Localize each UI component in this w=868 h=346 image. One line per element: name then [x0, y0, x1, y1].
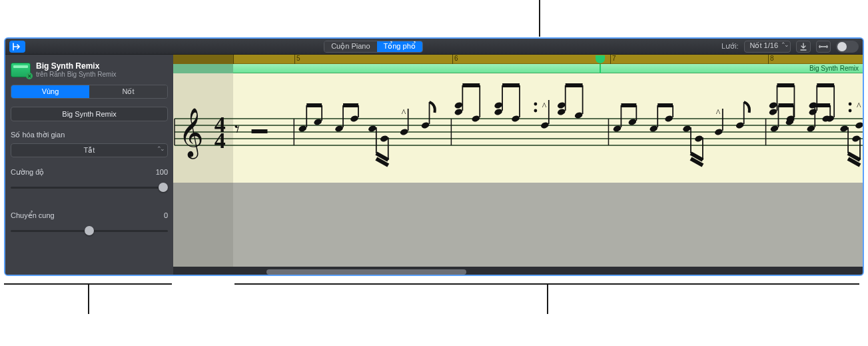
quantize-label: Số hóa thời gian — [11, 131, 168, 139]
ruler-number: 7 — [610, 55, 616, 62]
editor-toolbar: Cuộn Piano Tổng phổ Lưới: Nốt 1/16 — [5, 39, 863, 55]
view-mode-segmented: Cuộn Piano Tổng phổ — [324, 41, 423, 53]
region-icon — [11, 63, 31, 77]
auto-zoom-toggle[interactable] — [836, 41, 859, 53]
staff-svg: 𝄞 4 4 𝄾 — [173, 79, 863, 179]
ruler-number: 6 — [452, 55, 458, 62]
score-area[interactable]: 5 6 7 8 Big Synth Remix — [173, 55, 863, 276]
inspector-tab-note[interactable]: Nốt — [89, 85, 167, 98]
region-name-field[interactable]: Big Synth Remix — [11, 107, 168, 121]
midi-in-button[interactable] — [796, 41, 811, 53]
staff-zone[interactable]: 𝄞 4 4 𝄾 — [173, 73, 863, 267]
svg-point-36 — [534, 109, 538, 113]
velocity-slider[interactable] — [11, 182, 168, 193]
callout-line-top — [539, 0, 540, 37]
tab-piano-roll[interactable]: Cuộn Piano — [324, 41, 376, 52]
svg-text:4: 4 — [215, 128, 226, 153]
svg-text:^: ^ — [402, 108, 406, 118]
transpose-label: Chuyển cung — [11, 211, 55, 220]
inspector-tabs: Vùng Nốt — [11, 85, 168, 99]
tab-score[interactable]: Tổng phổ — [377, 41, 422, 52]
ruler-number: 8 — [768, 55, 774, 62]
svg-rect-14 — [252, 129, 268, 133]
grid-select[interactable]: Nốt 1/16 — [744, 41, 791, 53]
svg-text:𝄞: 𝄞 — [179, 108, 204, 159]
callout-bracket-inspector — [4, 283, 172, 285]
region-title: Big Synth Remix — [36, 61, 117, 71]
inspector-panel: Big Synth Remix trên Rãnh Big Synth Remi… — [5, 55, 173, 276]
region-lane-label: Big Synth Remix — [809, 64, 859, 73]
velocity-label: Cường độ — [11, 168, 44, 177]
horizontal-scrollbar[interactable] — [173, 267, 863, 276]
ruler-number: 5 — [294, 55, 300, 62]
region-subtitle: trên Rãnh Big Synth Remix — [36, 71, 117, 78]
link-button[interactable] — [816, 41, 831, 53]
region-lane[interactable] — [173, 64, 863, 73]
callout-bracket-score — [234, 283, 859, 285]
transpose-value: 0 — [164, 211, 168, 220]
bar-ruler[interactable]: 5 6 7 8 — [173, 55, 863, 64]
quantize-select[interactable]: Tắt — [11, 143, 168, 157]
svg-text:^: ^ — [542, 101, 547, 111]
inspector-tab-region[interactable]: Vùng — [11, 85, 89, 98]
velocity-value: 100 — [156, 168, 168, 177]
svg-point-35 — [534, 103, 538, 106]
catch-playhead-button[interactable] — [9, 41, 25, 53]
score-editor-window: Cuộn Piano Tổng phổ Lưới: Nốt 1/16 — [4, 37, 864, 276]
transpose-slider[interactable] — [11, 225, 168, 236]
grid-label: Lưới: — [721, 42, 739, 51]
